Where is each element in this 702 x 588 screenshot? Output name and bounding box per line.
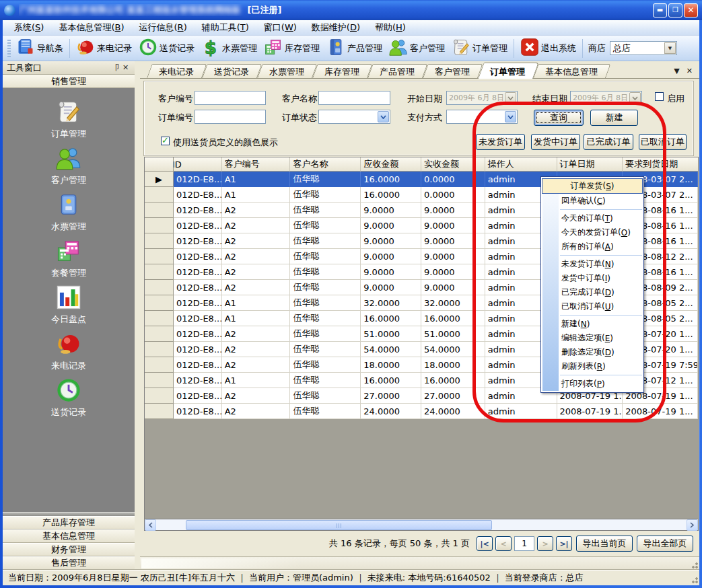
first-page-button[interactable]: |< [477,536,493,551]
menu-item-6[interactable]: 数据维护(D) [304,20,367,36]
pay-method-select[interactable] [446,110,518,124]
pay-method-dropdown-icon[interactable] [505,111,516,122]
row-selector[interactable] [145,326,174,342]
start-date-dropdown-icon[interactable] [505,92,516,104]
tab-close-icon[interactable]: ✕ [687,67,693,75]
context-menu-item-刷新列表[interactable]: 刷新列表(R) [541,359,643,373]
sidebar-section-header[interactable]: 销售管理 [3,75,135,88]
order-no-input[interactable] [195,110,266,124]
completed-orders-button[interactable]: 已完成订单 [584,134,633,150]
sidebar-item-今日盘点[interactable]: 今日盘点 [51,285,86,326]
row-selector-header[interactable] [145,157,174,172]
context-menu-item-打印列表[interactable]: 打印列表(P) [541,377,643,391]
close-button[interactable]: ✕ [684,3,698,17]
export-current-page-button[interactable]: 导出当前页 [576,536,633,552]
scroll-right-icon[interactable] [687,519,698,531]
tab-产品管理[interactable]: 产品管理 [367,64,423,78]
table-row-16[interactable]: 012D-E8...A2伍华聪24.000024.0000admin2008-0… [145,404,698,419]
tab-来电记录[interactable]: 来电记录 [147,64,202,78]
context-menu-item-已完成订单[interactable]: 已完成订单(D) [541,285,643,299]
column-header-实收金额[interactable]: 实收金额 [421,157,485,172]
row-selector[interactable] [145,280,174,295]
row-selector[interactable] [145,404,174,419]
row-selector[interactable] [145,357,174,373]
column-header-客户名称[interactable]: 客户名称 [290,157,361,172]
customer-name-input[interactable] [318,91,390,105]
sidebar-close-icon[interactable]: ✕ [120,63,131,73]
toolbar-button-送货记录[interactable]: 送货记录 [135,36,198,60]
context-menu-item-编辑选定项[interactable]: 编辑选定项(E) [541,331,643,345]
toolbar-button-产品管理[interactable]: 产品管理 [323,36,386,60]
sidebar-item-套餐管理[interactable]: 套餐管理 [51,238,86,279]
row-selector[interactable] [145,233,174,249]
toolbar-button-订单管理[interactable]: 订单管理 [448,36,511,60]
row-selector[interactable] [145,187,174,203]
page-number-input[interactable]: 1 [514,536,534,551]
toolbar-button-水票管理[interactable]: $水票管理 [198,36,260,60]
store-dropdown-icon[interactable]: ▼ [664,42,676,54]
menu-item-2[interactable]: 基本信息管理(B) [51,20,131,36]
column-header-操作人[interactable]: 操作人 [485,157,557,172]
context-menu-item-新建[interactable]: 新建(N) [541,317,643,331]
prev-page-button[interactable]: < [495,536,512,551]
tab-list-dropdown-icon[interactable]: ▼ [674,67,679,75]
toolbar-button-客户管理[interactable]: 客户管理 [386,36,448,60]
row-selector[interactable] [145,373,174,388]
courier-color-checkbox[interactable] [161,137,170,145]
menu-item-4[interactable]: 辅助工具(T) [195,20,256,36]
menu-item-3[interactable]: 运行信息(R) [132,20,195,36]
grid-horizontal-scrollbar[interactable] [145,519,698,530]
unshipped-orders-button[interactable]: 未发货订单 [476,134,525,150]
context-menu-item-今天的订单[interactable]: 今天的订单(T) [541,211,643,225]
row-selector[interactable] [145,388,174,404]
export-all-pages-button[interactable]: 导出全部页 [637,536,693,552]
sidebar-group-财务管理[interactable]: 财务管理 [3,543,135,556]
column-header-ID[interactable]: ID [174,157,222,172]
maximize-button[interactable]: ❒ [668,3,682,17]
sidebar-group-产品库存管理[interactable]: 产品库存管理 [3,516,135,529]
sidebar-main-splitter[interactable] [135,61,140,570]
sidebar-item-水票管理[interactable]: 水票管理 [51,192,86,233]
end-date-dropdown-icon[interactable] [629,92,641,104]
toolbar-button-退出系统[interactable]: 退出系统 [517,36,580,60]
row-selector[interactable] [145,203,174,218]
context-menu-item-订单发货[interactable]: 订单发货(S) [542,178,643,194]
row-selector[interactable] [145,295,174,311]
sidebar-item-订单管理[interactable]: 订单管理 [51,99,86,140]
cancelled-orders-button[interactable]: 已取消订单 [639,134,687,150]
next-page-button[interactable]: > [537,536,553,551]
sidebar-item-送货记录[interactable]: 送货记录 [51,377,86,418]
minimize-button[interactable]: ▬ [653,3,667,17]
tab-基本信息管理[interactable]: 基本信息管理 [533,64,606,78]
sidebar-item-来电记录[interactable]: 来电记录 [51,331,86,372]
column-header-应收金额[interactable]: 应收金额 [361,157,421,172]
scrollbar-thumb[interactable] [186,520,492,530]
context-menu-item-所有的订单[interactable]: 所有的订单(A) [541,240,643,254]
enable-checkbox[interactable] [655,92,664,101]
new-button[interactable]: 新建 [590,110,638,126]
toolbar-grip[interactable] [7,40,11,57]
tab-客户管理[interactable]: 客户管理 [423,64,478,78]
tab-库存管理[interactable]: 库存管理 [312,64,367,78]
menu-item-5[interactable]: 窗口(W) [256,20,304,36]
toolbar-button-来电记录[interactable]: 来电记录 [73,36,135,60]
customer-no-input[interactable] [195,91,266,105]
toolbar-button-库存管理[interactable]: 库存管理 [260,36,323,60]
row-selector[interactable] [145,218,174,233]
row-selector[interactable]: ▶ [145,172,174,187]
order-status-select[interactable] [318,110,390,124]
column-header-要求到货日期[interactable]: 要求到货日期 [623,157,698,172]
menu-item-1[interactable]: 系统(S) [7,20,51,36]
context-menu-item-已取消订单[interactable]: 已取消订单(U) [541,299,643,314]
column-header-客户编号[interactable]: 客户编号 [222,157,291,172]
pin-icon[interactable]: 卩 [110,63,120,73]
sidebar-item-客户管理[interactable]: 客户管理 [51,145,86,186]
column-header-订单日期[interactable]: 订单日期 [557,157,623,172]
menu-item-7[interactable]: 帮助(H) [367,20,413,36]
start-date-picker[interactable]: 2009年 6月 8日 [446,91,518,105]
last-page-button[interactable]: >| [556,536,572,551]
end-date-picker[interactable]: 2009年 6月 8日 [570,91,642,105]
row-selector[interactable] [145,249,174,264]
shipping-orders-button[interactable]: 发货中订单 [531,134,580,150]
row-selector[interactable] [145,311,174,326]
